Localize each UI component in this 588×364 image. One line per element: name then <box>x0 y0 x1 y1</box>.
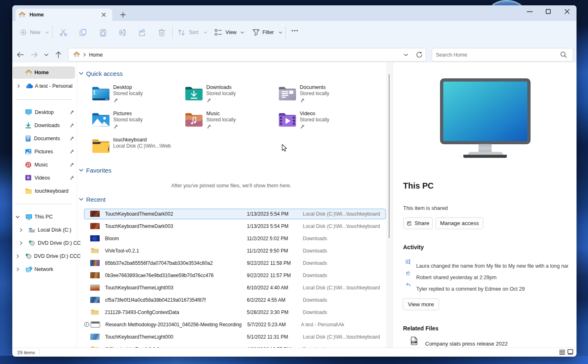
svg-text:PDF: PDF <box>412 341 415 343</box>
